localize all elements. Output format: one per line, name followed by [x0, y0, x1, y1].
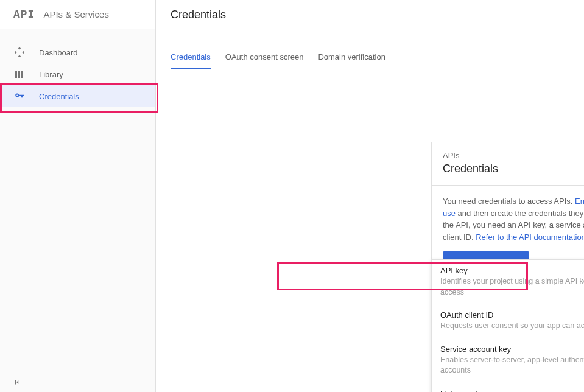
sidebar-item-dashboard[interactable]: Dashboard	[0, 41, 155, 63]
sidebar-header: API APIs & Services	[0, 0, 155, 29]
dropdown-item-desc: Enables server-to-server, app-level auth…	[440, 355, 584, 376]
card-title: Credentials	[443, 163, 584, 175]
tab-credentials[interactable]: Credentials	[171, 47, 211, 69]
svg-rect-2	[15, 51, 17, 54]
svg-rect-1	[18, 55, 21, 57]
svg-rect-6	[21, 71, 23, 78]
dropdown-item-api-key[interactable]: API key Identifies your project using a …	[432, 260, 584, 304]
page-header: Credentials	[156, 0, 584, 29]
sidebar-title: APIs & Services	[43, 9, 109, 19]
svg-rect-7	[15, 380, 16, 385]
svg-rect-0	[18, 47, 21, 50]
api-logo: API	[13, 9, 35, 21]
create-credentials-dropdown: API key Identifies your project using a …	[431, 259, 584, 392]
api-docs-link[interactable]: Refer to the API documentation	[476, 233, 584, 242]
dropdown-item-oauth-client[interactable]: OAuth client ID Requests user consent so…	[432, 304, 584, 338]
sidebar-item-credentials[interactable]: Credentials	[0, 85, 155, 107]
main: Credentials Credentials OAuth consent sc…	[156, 0, 584, 392]
sidebar-item-label: Dashboard	[39, 48, 78, 57]
dropdown-item-service-account[interactable]: Service account key Enables server-to-se…	[432, 338, 584, 383]
tab-oauth-consent[interactable]: OAuth consent screen	[225, 47, 304, 69]
dashboard-icon	[13, 46, 26, 58]
library-icon	[13, 68, 26, 80]
dropdown-item-title: API key	[440, 266, 584, 275]
tabs: Credentials OAuth consent screen Domain …	[156, 47, 584, 69]
svg-rect-5	[18, 71, 20, 78]
dropdown-item-desc: Identifies your project using a simple A…	[440, 276, 584, 298]
sidebar-nav: Dashboard Library Credentials	[0, 29, 155, 107]
page-title: Credentials	[171, 9, 226, 21]
card-text: You need credentials to access APIs.	[443, 197, 575, 206]
svg-rect-3	[22, 51, 24, 54]
sidebar: API APIs & Services Dashboard Library	[0, 0, 156, 392]
tab-domain-verification[interactable]: Domain verification	[318, 47, 385, 69]
card-supertitle: APIs	[443, 151, 584, 160]
key-icon	[13, 90, 26, 102]
dropdown-item-title: OAuth client ID	[440, 310, 584, 320]
dropdown-item-help-choose[interactable]: Help me choose Asks a few questions to h…	[432, 383, 584, 393]
dropdown-item-title: Help me choose	[440, 390, 584, 393]
collapse-sidebar-icon[interactable]	[13, 378, 22, 388]
dropdown-item-title: Service account key	[440, 345, 584, 354]
sidebar-item-label: Credentials	[39, 92, 79, 101]
sidebar-item-label: Library	[39, 70, 63, 79]
dropdown-item-desc: Requests user consent so your app can ac…	[440, 321, 584, 332]
sidebar-item-library[interactable]: Library	[0, 63, 155, 85]
svg-rect-4	[15, 71, 17, 78]
